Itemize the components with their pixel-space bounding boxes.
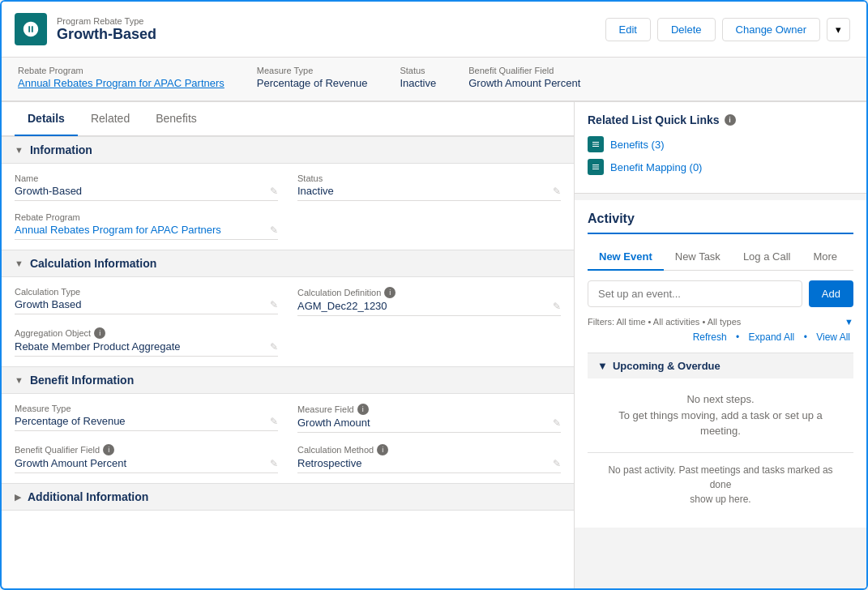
field-measure-field: Measure Field i Growth Amount ✎ [297,404,561,433]
expand-all-link[interactable]: Expand All [749,331,795,343]
edit-calculation-definition-icon[interactable]: ✎ [553,301,561,312]
highlight-measure-type: Measure Type Percentage of Revenue [257,66,368,89]
edit-rebate-program-icon[interactable]: ✎ [270,224,278,236]
field-calculation-type: Calculation Type Growth Based ✎ [15,287,278,316]
add-activity-button[interactable]: Add [809,280,853,307]
calculation-type-value: Growth Based [15,298,81,310]
field-value-rebate-program: Annual Rebates Program for APAC Partners… [15,224,278,240]
section-information: ▼ Information Name Growth-Based ✎ [2,136,574,250]
activity-input[interactable] [588,280,802,307]
edit-calculation-method-icon[interactable]: ✎ [553,458,561,469]
field-rebate-program: Rebate Program Annual Rebates Program fo… [15,212,278,240]
record-icon [15,13,47,45]
section-title-calculation: Calculation Information [30,257,156,270]
highlight-value-rebate-program[interactable]: Annual Rebates Program for APAC Partners [18,77,224,89]
chevron-additional: ▶ [15,492,21,502]
more-actions-button[interactable]: ▾ [827,18,850,41]
rebate-icon [22,20,40,38]
status-value: Inactive [297,185,334,197]
fields-grid-benefit: Measure Type Percentage of Revenue ✎ Mea… [15,404,561,473]
activity-panel: Activity New Event New Task Log a Call M… [575,200,866,528]
benefit-qualifier-value: Growth Amount Percent [15,457,126,469]
quick-link-benefits-label[interactable]: Benefits (3) [610,139,664,151]
edit-measure-field-icon[interactable]: ✎ [553,417,561,429]
benefit-mapping-icon [591,162,601,172]
refresh-link[interactable]: Refresh [693,331,727,343]
chevron-information: ▼ [15,145,24,155]
info-measure-field-icon[interactable]: i [357,404,369,415]
section-header-additional[interactable]: ▶ Additional Information [2,483,574,511]
field-value-calculation-type: Growth Based ✎ [15,298,278,314]
activity-tab-new-task[interactable]: New Task [664,244,732,271]
field-calculation-definition: Calculation Definition i AGM_Dec22_1230 … [297,287,561,316]
quick-link-benefit-mapping-label[interactable]: Benefit Mapping (0) [610,161,702,173]
edit-measure-type-icon[interactable]: ✎ [270,416,278,427]
upcoming-header[interactable]: ▼ Upcoming & Overdue [588,353,853,378]
info-calculation-method-icon[interactable]: i [377,444,388,455]
edit-benefit-qualifier-icon[interactable]: ✎ [270,458,278,469]
quick-links-title-text: Related List Quick Links [588,113,720,126]
delete-button[interactable]: Delete [657,18,716,41]
activity-tab-more[interactable]: More [802,244,849,271]
highlight-status: Status Inactive [400,66,436,89]
edit-calculation-type-icon[interactable]: ✎ [270,299,278,310]
field-label-calculation-type: Calculation Type [15,287,278,297]
highlight-label-measure-type: Measure Type [257,66,368,75]
field-benefit-qualifier: Benefit Qualifier Field i Growth Amount … [15,444,278,473]
info-calculation-definition-icon[interactable]: i [384,287,396,298]
tab-related[interactable]: Related [78,102,143,136]
section-body-calculation: Calculation Type Growth Based ✎ Calculat… [2,277,574,366]
record-title-block: Program Rebate Type Growth-Based [57,16,156,43]
edit-aggregation-object-icon[interactable]: ✎ [270,341,278,353]
tabs-bar: Details Related Benefits [2,102,574,136]
main-content: Details Related Benefits ▼ Information N… [2,102,866,588]
tab-details[interactable]: Details [15,102,78,136]
calculation-definition-value: AGM_Dec22_1230 [297,300,387,312]
past-activity: No past activity. Past meetings and task… [588,452,853,516]
section-calculation: ▼ Calculation Information Calculation Ty… [2,250,574,366]
record-header-left: Program Rebate Type Growth-Based [15,13,156,45]
right-panel: Related List Quick Links i Benefits (3) [575,102,866,588]
highlight-value-benefit-qualifier: Growth Amount Percent [468,77,580,89]
section-header-information[interactable]: ▼ Information [2,136,574,164]
chevron-upcoming: ▼ [597,360,608,372]
section-header-benefit[interactable]: ▼ Benefit Information [2,366,574,394]
rebate-program-link[interactable]: Annual Rebates Program for APAC Partners [15,224,221,236]
highlight-label-benefit-qualifier: Benefit Qualifier Field [468,66,580,75]
filters-text: Filters: All time • All activities • All… [588,317,741,327]
field-name: Name Growth-Based ✎ [15,173,278,201]
section-title-information: Information [30,143,92,156]
tab-benefits[interactable]: Benefits [143,102,210,136]
activity-tab-new-event[interactable]: New Event [588,244,664,271]
field-value-benefit-qualifier: Growth Amount Percent ✎ [15,457,278,473]
field-label-status: Status [297,173,561,183]
highlights-bar: Rebate Program Annual Rebates Program fo… [2,58,866,102]
field-measure-type: Measure Type Percentage of Revenue ✎ [15,404,278,433]
section-title-additional: Additional Information [28,490,148,503]
field-calculation-method: Calculation Method i Retrospective ✎ [297,444,561,473]
info-aggregation-object-icon[interactable]: i [94,327,105,339]
field-value-aggregation-object: Rebate Member Product Aggregate ✎ [15,340,278,357]
section-header-calculation[interactable]: ▼ Calculation Information [2,250,574,277]
edit-name-icon[interactable]: ✎ [270,186,278,197]
quick-link-benefit-mapping-icon [588,159,604,175]
info-benefit-qualifier-icon[interactable]: i [103,444,114,455]
aggregation-object-value: Rebate Member Product Aggregate [15,340,181,353]
activity-filters: Filters: All time • All activities • All… [588,317,853,327]
record-name: Growth-Based [57,26,156,43]
view-all-link[interactable]: View All [816,331,850,343]
filter-funnel-icon[interactable]: ▼ [844,317,853,327]
edit-button[interactable]: Edit [605,18,651,41]
quick-link-benefit-mapping: Benefit Mapping (0) [588,159,853,175]
activity-tabs: New Event New Task Log a Call More [588,244,853,271]
field-label-aggregation-object: Aggregation Object i [15,327,278,339]
field-label-benefit-qualifier: Benefit Qualifier Field i [15,444,278,455]
edit-status-icon[interactable]: ✎ [553,186,561,197]
change-owner-button[interactable]: Change Owner [722,18,820,41]
section-title-benefit: Benefit Information [30,374,134,387]
link-separator-1: • [736,331,742,343]
info-quick-links-icon[interactable]: i [725,114,736,126]
section-benefit: ▼ Benefit Information Measure Type Perce… [2,366,574,483]
section-additional: ▶ Additional Information [2,483,574,511]
activity-tab-log-call[interactable]: Log a Call [732,244,802,271]
